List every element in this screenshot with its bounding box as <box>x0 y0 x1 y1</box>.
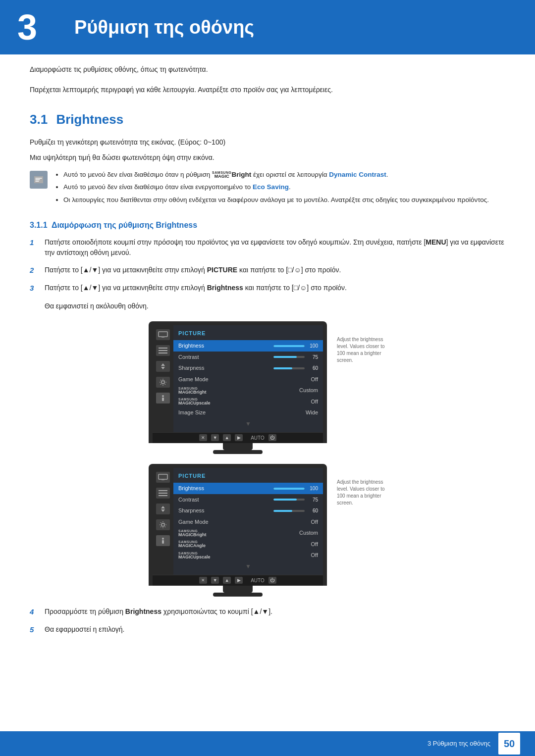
monitor-block-1: PICTURE Brightness 100 <box>149 321 386 454</box>
section-31-desc1: Ρυθμίζει τη γενικότερη φωτεινότητα της ε… <box>30 137 505 148</box>
screen-area-2: PICTURE Brightness 100 Contrast <box>30 464 505 597</box>
btn-up-2: ▲ <box>223 577 231 584</box>
menu-row-contrast-1: Contrast 75 <box>173 352 323 363</box>
step-3: 3 Πατήστε το [▲/▼] για να μετακινηθείτε … <box>30 283 505 294</box>
monitor-tip-1: Adjust the brightness level. Values clos… <box>337 336 386 364</box>
btn-x-1: ✕ <box>199 434 207 441</box>
menu-row-gamemode-1: Game Mode Off <box>173 374 323 385</box>
page: 3 Ρύθμιση της οθόνης Διαμορφώστε τις ρυθ… <box>0 0 535 756</box>
monitor-2: PICTURE Brightness 100 Contrast <box>149 464 327 597</box>
menu-header-2: PICTURE <box>173 471 323 483</box>
menu-row-angle-2: SAMSUNGMAGICAngle Off <box>173 539 323 550</box>
sidebar-icon-lines <box>156 345 170 356</box>
monitor-screen-2: PICTURE Brightness 100 Contrast <box>153 468 323 575</box>
svg-rect-2 <box>159 348 167 349</box>
svg-point-13 <box>161 523 164 526</box>
sidebar-icon-arrows <box>156 361 170 372</box>
note-list: Αυτό το μενού δεν είναι διαθέσιμο όταν η… <box>54 170 489 207</box>
btn-power-2: ⏻ <box>268 577 276 584</box>
svg-rect-11 <box>159 493 167 494</box>
svg-point-6 <box>162 395 164 397</box>
menu-row-upscale-1: SAMSUNGMAGICUpscale Off <box>173 396 323 407</box>
svg-rect-12 <box>159 495 167 496</box>
menu-row-bright-2: SAMSUNGMAGICBright Custom <box>173 527 323 539</box>
svg-point-14 <box>162 538 164 540</box>
svg-rect-15 <box>162 540 164 544</box>
note-item-1: Αυτό το μενού δεν είναι διαθέσιμο όταν η… <box>63 170 489 180</box>
footer: 3 Ρύθμιση της οθόνης 50 <box>0 731 535 756</box>
monitor-block-2: PICTURE Brightness 100 Contrast <box>149 464 386 597</box>
screen-note: Θα εμφανιστεί η ακόλουθη οθόνη. <box>45 301 505 311</box>
monitor-screen-1: PICTURE Brightness 100 <box>153 325 323 432</box>
menu-row-imagesize-1: Image Size Wide <box>173 407 323 418</box>
btn-down-1: ▼ <box>211 434 219 441</box>
monitor-menu-1: PICTURE Brightness 100 <box>173 325 323 432</box>
scroll-indicator-2: ▼ <box>173 561 323 572</box>
svg-rect-4 <box>159 353 167 353</box>
monitor-outer-2: PICTURE Brightness 100 Contrast <box>149 464 327 586</box>
footer-text: 3 Ρύθμιση της οθόνης <box>428 739 490 749</box>
menu-row-upscale-2: SAMSUNGMAGICUpscale Off <box>173 550 323 561</box>
sidebar-icon-monitor <box>156 329 170 340</box>
monitor-sidebar-1 <box>153 325 173 432</box>
chapter-header: 3 Ρύθμιση της οθόνης <box>0 0 535 54</box>
step-4: 4 Προσαρμόστε τη ρύθμιση Brightness χρησ… <box>30 606 505 618</box>
note-item-2: Αυτό το μενού δεν είναι διαθέσιμο όταν ε… <box>63 182 489 192</box>
scroll-indicator-1: ▼ <box>173 418 323 429</box>
footer-page: 50 <box>498 733 520 755</box>
step-2: 2 Πατήστε το [▲/▼] για να μετακινηθείτε … <box>30 265 505 276</box>
step-5: 5 Θα εφαρμοστεί η επιλογή. <box>30 624 505 636</box>
sidebar-icon-info-2 <box>156 535 170 546</box>
menu-row-brightness-2: Brightness 100 <box>173 483 323 494</box>
section-311-title: 3.1.1 Διαμόρφωση της ρύθμισης Brightness <box>30 219 505 231</box>
intro-line1: Διαμορφώστε τις ρυθμίσεις οθόνης, όπως τ… <box>30 64 505 75</box>
monitor-1: PICTURE Brightness 100 <box>149 321 327 454</box>
chapter-title: Ρύθμιση της οθόνης <box>74 13 254 42</box>
menu-row-sharpness-2: Sharpness 60 <box>173 505 323 516</box>
sidebar-icon-gear <box>156 377 170 388</box>
btn-enter-2: ▶ <box>235 577 243 584</box>
sidebar-icon-info <box>156 393 170 403</box>
svg-point-5 <box>161 381 164 384</box>
svg-rect-8 <box>159 474 167 479</box>
screen-area-1: PICTURE Brightness 100 <box>30 321 505 454</box>
monitor-bottom-1: ✕ ▼ ▲ ▶ AUTO ⏻ <box>153 432 323 443</box>
monitor-menu-2: PICTURE Brightness 100 Contrast <box>173 468 323 575</box>
svg-rect-7 <box>162 398 164 401</box>
sidebar-icon-gear-2 <box>156 519 170 530</box>
step-1: 1 Πατήστε οποιοδήποτε κουμπί στην πρόσοψ… <box>30 237 505 258</box>
svg-rect-0 <box>159 332 167 337</box>
monitor-foot-2 <box>213 593 263 597</box>
menu-row-contrast-2: Contrast 75 <box>173 494 323 505</box>
svg-rect-10 <box>159 490 167 491</box>
section-31-desc2: Μια υψηλότερη τιμή θα δώσει φωτεινότερη … <box>30 152 505 163</box>
content: Διαμορφώστε τις ρυθμίσεις οθόνης, όπως τ… <box>0 64 535 636</box>
btn-power-1: ⏻ <box>268 434 276 441</box>
note-icon <box>30 171 48 189</box>
menu-header-1: PICTURE <box>173 328 323 341</box>
intro-line2: Παρέχεται λεπτομερής περιγραφή για κάθε … <box>30 85 505 95</box>
monitor-foot-1 <box>213 450 263 454</box>
monitor-bottom-2: ✕ ▼ ▲ ▶ AUTO ⏻ <box>153 575 323 586</box>
menu-row-gamemode-2: Game Mode Off <box>173 516 323 528</box>
menu-row-sharpness-1: Sharpness 60 <box>173 362 323 374</box>
monitor-stand-1 <box>223 443 253 450</box>
sidebar-icon-lines-2 <box>156 488 170 499</box>
chapter-title-box: Ρύθμιση της οθόνης <box>54 0 535 54</box>
sidebar-icon-monitor-2 <box>156 472 170 483</box>
steps-4-5: 4 Προσαρμόστε τη ρύθμιση Brightness χρησ… <box>30 606 505 636</box>
menu-row-bright-1: SAMSUNGMAGICBright Custom <box>173 385 323 396</box>
note-item-3: Οι λειτουργίες που διατίθενται στην οθόν… <box>63 195 489 205</box>
btn-up-1: ▲ <box>223 434 231 441</box>
monitor-tip-2: Adjust the brightness level. Values clos… <box>337 479 386 506</box>
btn-x-2: ✕ <box>199 577 207 584</box>
sidebar-icon-arrows-2 <box>156 504 170 514</box>
note-box: Αυτό το μενού δεν είναι διαθέσιμο όταν η… <box>30 170 505 207</box>
monitor-stand-2 <box>223 586 253 593</box>
steps-list: 1 Πατήστε οποιοδήποτε κουμπί στην πρόσοψ… <box>30 237 505 294</box>
monitor-sidebar-2 <box>153 468 173 575</box>
monitor-outer-1: PICTURE Brightness 100 <box>149 321 327 443</box>
btn-enter-1: ▶ <box>235 434 243 441</box>
svg-rect-3 <box>159 350 167 351</box>
section-31-title: 3.1 Brightness <box>30 110 505 129</box>
